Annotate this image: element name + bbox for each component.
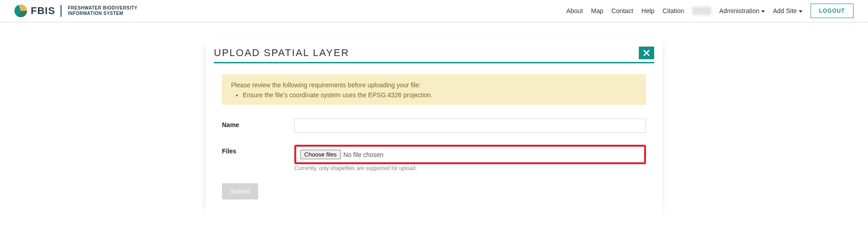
logout-button[interactable]: LOGOUT (811, 4, 854, 18)
submit-button[interactable]: Submit (222, 183, 258, 199)
form-row-name: Name (222, 119, 646, 133)
choose-files-button[interactable]: Choose files (300, 150, 341, 159)
nav-help[interactable]: Help (642, 7, 655, 14)
alert-list: Ensure the file's coordinate system uses… (231, 91, 637, 99)
page-title: UPLOAD SPATIAL LAYER (214, 47, 349, 59)
nav-administration[interactable]: Administration (719, 7, 765, 14)
brand-divider (61, 5, 61, 17)
brand-main: FBIS (31, 5, 55, 17)
logo-icon (14, 5, 27, 17)
nav-contact[interactable]: Contact (612, 7, 633, 14)
alert-item: Ensure the file's coordinate system uses… (243, 91, 637, 99)
requirements-alert: Please review the following requirements… (222, 74, 646, 105)
close-button[interactable] (639, 47, 654, 59)
brand-subtitle: FRESHWATER BIODIVERSITY INFORMATION SYST… (68, 5, 137, 16)
files-help-text: Currently, only shapefiles are supported… (294, 165, 646, 171)
user-indicator[interactable] (692, 7, 711, 15)
brand[interactable]: FBIS FRESHWATER BIODIVERSITY INFORMATION… (14, 5, 137, 17)
name-label: Name (222, 119, 294, 128)
files-highlight-box: Choose files No file chosen (294, 145, 646, 164)
nav-about[interactable]: About (566, 7, 583, 14)
alert-intro: Please review the following requirements… (231, 81, 637, 89)
name-input[interactable] (294, 119, 646, 133)
files-label: Files (222, 145, 294, 155)
nav-add-site[interactable]: Add Site (773, 7, 802, 14)
nav-citation[interactable]: Citation (663, 7, 684, 14)
form-row-files: Files Choose files No file chosen Curren… (222, 145, 646, 171)
nav-map[interactable]: Map (591, 7, 603, 14)
nav-right: About Map Contact Help Citation Administ… (566, 4, 854, 18)
page-container: UPLOAD SPATIAL LAYER Please review the f… (206, 36, 662, 218)
file-status: No file chosen (344, 151, 384, 158)
close-icon (643, 50, 650, 56)
page-header: UPLOAD SPATIAL LAYER (214, 47, 654, 63)
files-input-wrap[interactable]: Choose files No file chosen (296, 147, 644, 162)
top-navbar: FBIS FRESHWATER BIODIVERSITY INFORMATION… (0, 0, 868, 22)
